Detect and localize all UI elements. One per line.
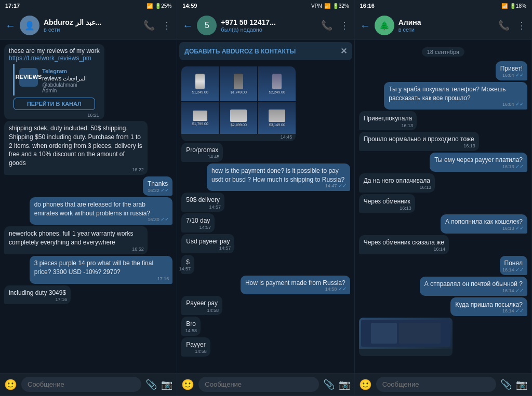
msg-text: do phones that are released for the arab… — [34, 201, 150, 217]
back-button-3[interactable]: ← — [360, 20, 370, 32]
emoji-button-1[interactable]: 🙂 — [4, 378, 17, 391]
msg-privet: Привет! 16:04 ✓✓ — [496, 61, 527, 80]
product-cell-4: $1,799.00 — [181, 102, 219, 134]
msg-time: 16:22 — [132, 167, 144, 173]
msg-obmennik-1: Через обменник 16:13 — [359, 194, 415, 213]
msg-payeer-pay: Payeer pay 14:58 — [181, 296, 222, 315]
msg-time: 16:13 — [400, 205, 411, 212]
msg-posylka-question: Куда пришла посылка? 16:14 ✓✓ — [450, 297, 527, 317]
contact-status-1: в сети — [44, 26, 139, 33]
msg-text: how is the payment done? is it possible … — [211, 167, 344, 183]
price-tag-5: $2,499.00 — [231, 123, 247, 127]
price-tag-3: $2,249.00 — [269, 90, 285, 94]
menu-icon-1[interactable]: ⋮ — [162, 20, 171, 31]
camera-button-1[interactable]: 📷 — [161, 379, 172, 390]
price-tag-2: $1,749.00 — [231, 90, 247, 94]
attach-button-1[interactable]: 📎 — [145, 379, 157, 390]
msg-arab-phones: do phones that are released for the arab… — [30, 197, 173, 225]
call-icon-2[interactable]: 📞 — [321, 20, 332, 31]
msg-time: 16:13 ✓✓ — [502, 225, 524, 232]
msg-text: Привет,покупала — [364, 115, 412, 122]
product-cell-5: $2,499.00 — [220, 102, 257, 134]
msg-3pieces: 3 pieces purple 14 pro what will be the … — [30, 256, 173, 284]
msg-time: 16:13 — [402, 122, 414, 129]
header-actions-3: 📞 ⋮ — [498, 20, 526, 31]
product-cell-3: $2,249.00 — [258, 66, 296, 101]
image-msg-time: 14:45 — [281, 134, 292, 140]
message-input-3[interactable] — [376, 377, 496, 392]
call-icon-3[interactable]: 📞 — [498, 20, 510, 31]
time-1: 17:17 — [5, 3, 20, 9]
channel-name: reviews المراجعات — [42, 75, 87, 82]
msg-text: Pro/promax — [186, 146, 218, 154]
contact-name-3: Алина — [398, 18, 494, 26]
header-info-2: +971 50 12417... был(а) недавно — [221, 18, 316, 33]
emoji-button-2[interactable]: 🙂 — [181, 378, 194, 391]
msg-time: 16:13 — [463, 143, 475, 149]
attach-button-3[interactable]: 📎 — [500, 379, 512, 390]
msg-7-10day: 7/10 day 14:57 — [181, 213, 215, 233]
msg-text: Payeer pay — [186, 299, 218, 307]
msg-popolnila: А пополнила как кошелек? 16:13 ✓✓ — [441, 214, 527, 234]
contact-name-2: +971 50 12417... — [221, 18, 316, 26]
card-time: 16:21 — [87, 113, 99, 118]
msg-text: Да на него оплачивала — [364, 177, 430, 184]
messages-area-2: $1,249.00 $1,749.00 $2,249.00 $1,799.00 … — [177, 62, 354, 373]
message-input-2[interactable] — [198, 377, 318, 392]
price-tag-6: $3,149.00 — [269, 123, 285, 127]
channel-icon: REVIEWS — [19, 68, 38, 87]
msg-newerlock: newerlock phones, full 1 year warranty w… — [4, 226, 148, 254]
channel-details: Telegram reviews المراجعات @abdulahmani … — [42, 68, 87, 93]
input-bar-3: 🙂 📎 📷 — [355, 373, 531, 395]
msg-text: 50$ delivery — [186, 196, 220, 203]
msg-payment-question: how is the payment done? is it possible … — [207, 163, 350, 192]
battery-icon: 🔋25% — [155, 3, 171, 9]
back-button-1[interactable]: ← — [5, 20, 16, 32]
channel-username: @abdulahmani — [42, 82, 87, 88]
laptop-img-3 — [269, 110, 285, 122]
close-banner-button[interactable]: ✕ — [340, 46, 347, 56]
contact-name-1: Abduroz عبد الر... — [44, 18, 139, 26]
msg-time: 14:58 ✓✓ — [325, 285, 347, 293]
avatar-3: 🌲 — [375, 16, 394, 35]
msg-text: Payyer — [186, 341, 205, 348]
msg-text: Bro — [186, 320, 196, 327]
time-3: 16:16 — [360, 3, 375, 9]
add-contact-text[interactable]: ДОБАВИТЬ ABDUROZ В КОНТАКТЫ — [184, 48, 296, 55]
chat-header-3: ← 🌲 Алина в сети 📞 ⋮ — [355, 11, 531, 40]
go-to-channel-button[interactable]: ПЕРЕЙТИ В КАНАЛ — [14, 98, 95, 110]
menu-icon-2[interactable]: ⋮ — [340, 20, 349, 31]
contact-status-3: в сети — [398, 26, 494, 33]
msg-duty: including duty 3049$ 17:16 — [4, 285, 71, 305]
msg-time: 16:04 ✓✓ — [502, 101, 524, 108]
back-button-2[interactable]: ← — [182, 20, 193, 32]
msg-time: 16:14 ✓✓ — [502, 307, 524, 315]
msg-arab-question: Ты у араба покупала телефон? Можешь расс… — [384, 82, 527, 110]
menu-icon-3[interactable]: ⋮ — [517, 20, 526, 31]
avatar-2: 5 — [197, 16, 217, 35]
msg-bro: Bro 14:58 — [181, 317, 201, 336]
attach-button-2[interactable]: 📎 — [323, 379, 335, 390]
msg-time: 16:13 — [419, 184, 431, 191]
laptop-img-1 — [193, 111, 207, 121]
chat-panel-1: 17:17 📶 🔋25% ← 👤 Abduroz عبد الر... в се… — [0, 0, 177, 396]
review-link[interactable]: https://t.me/work_reviews_pm — [9, 54, 91, 62]
msg-time: 16:52 — [132, 246, 144, 253]
battery-icon-2: 🔋32% — [332, 3, 349, 9]
call-icon-1[interactable]: 📞 — [143, 20, 155, 31]
chat-panel-2: 14:59 VPN 📶 🔋32% ← 5 +971 50 12417... бы… — [177, 0, 354, 396]
signal-icon-3: 📶 — [501, 3, 508, 9]
msg-time: 14:57 — [219, 245, 231, 252]
screenshot-preview — [359, 318, 453, 356]
msg-payyer: Payyer 14:58 — [181, 337, 210, 357]
message-input-1[interactable] — [21, 377, 141, 392]
emoji-button-3[interactable]: 🙂 — [359, 378, 372, 391]
tg-card-body: REVIEWS Telegram reviews المراجعات @abdu… — [4, 62, 104, 112]
msg-time: 14:58 — [195, 348, 207, 355]
camera-button-2[interactable]: 📷 — [339, 379, 350, 390]
battery-icon-3: 🔋18% — [510, 3, 526, 9]
msg-time: 16:30 ✓✓ — [148, 216, 169, 223]
msg-time: 14:57 — [200, 224, 211, 231]
msg-time: 14:45 — [208, 154, 220, 160]
camera-button-3[interactable]: 📷 — [516, 379, 527, 390]
